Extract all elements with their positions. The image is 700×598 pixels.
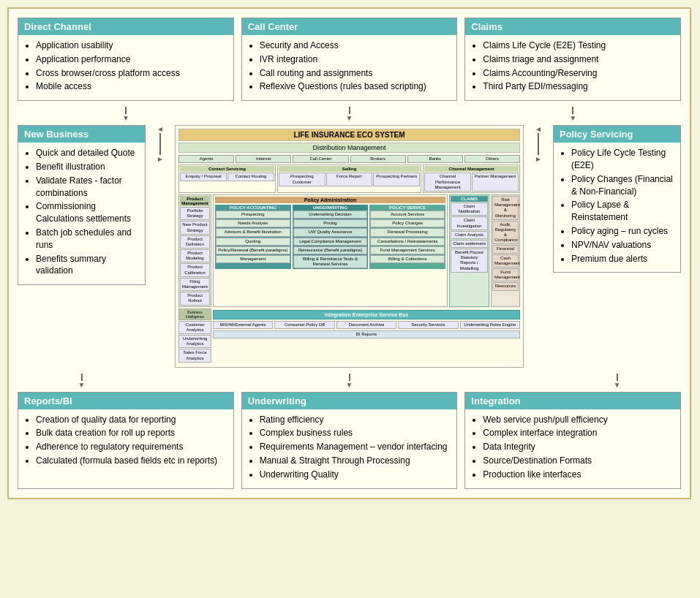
underwriting-list: Rating efficiency Complex business rules… [249, 414, 450, 481]
new-product-strategy: New Product Strategy [180, 221, 210, 234]
list-item: Underwriting Quality [260, 469, 450, 481]
list-item: Claims Accounting/Reserving [483, 67, 673, 80]
mis-mi: MIS/MI/External Agents [213, 321, 273, 329]
product-rollout: Product Rollout [180, 292, 210, 305]
policy-service-section: POLICY SERVICE Account Services Policy C… [369, 205, 445, 269]
partner-mgmt: Partner Management [472, 173, 519, 192]
diagram-title: LIFE INSURANCE ECO SYSTEM [178, 129, 520, 141]
list-item: Application performance [36, 53, 226, 66]
policy-changes: Policy Changes [370, 219, 445, 227]
list-item: Policy Lapse & Reinstatement [571, 199, 673, 224]
list-item: Cross browser/cross platform access [36, 67, 226, 80]
cash-mgmt: Cash Management [492, 254, 519, 268]
top-arrows: ▼ ▼ ▼ [18, 107, 681, 122]
list-item: Data Integrity [483, 441, 673, 453]
list-item: Third Party EDI/messaging [483, 80, 673, 93]
call-center-card: Call Center Security and Access IVR inte… [241, 18, 458, 101]
quoting: Quoting [216, 238, 290, 246]
new-business-list: Quick and detailed Quote Benefit illustr… [26, 147, 138, 277]
reinsurance: Reinsurance (Benefit paradigms) [293, 246, 368, 254]
list-item: Complex business rules [260, 427, 450, 439]
list-item: Creation of quality data for reporting [36, 414, 226, 426]
risk-mgmt: Risk Management & Monitoring [492, 196, 519, 220]
list-item: Batch job schedules and runs [36, 227, 138, 251]
policy-accounting-section: POLICY ACCOUNTING Prospecting Needs Anal… [215, 205, 291, 269]
underwriting-header: Underwriting [242, 393, 457, 409]
mgmt-item: Management [216, 255, 290, 263]
reports-bi-card: Reports/BI Creation of quality data for … [18, 392, 234, 489]
left-arrow-connector: ◄ ► [153, 125, 168, 163]
claims-card: Claims Claims Life Cycle (E2E) Testing C… [464, 18, 681, 101]
call-center-header: Call Center [242, 18, 457, 35]
business-row: Business Intelligence Customer Analytics… [178, 309, 520, 363]
integration-card: Integration Web service push/pull effici… [464, 392, 681, 489]
policy-servicing-header: Policy Servicing [554, 126, 680, 143]
direct-channel-list: Application usability Application perfor… [26, 39, 226, 93]
diagram-contact-row: Contact Servicing Enquiry / Proposal Con… [178, 164, 520, 193]
contact-routing-box: Contact Routing [227, 173, 274, 181]
list-item: Production like interfaces [483, 469, 673, 481]
claim-notification: Claim Notification [451, 203, 488, 216]
list-item: Claims triage and assignment [483, 53, 673, 66]
consumer-policy: Consumer Policy DB [274, 321, 334, 329]
underwriting-section: UNDERWRITING Underwriting Decision Prici… [293, 205, 369, 269]
pricing: Pricing [293, 219, 368, 227]
brokers-box: Brokers [350, 155, 406, 163]
needs-analysis: Needs Analysis [216, 219, 290, 227]
callcenter-box: Call Center [293, 155, 348, 163]
list-item: Calculated (formula based fields etc in … [36, 455, 226, 467]
list-item: Web service push/pull efficiency [483, 414, 673, 426]
list-item: Adherence to regulatory requirements [36, 441, 226, 453]
list-item: Claims Life Cycle (E2E) Testing [483, 39, 673, 52]
financial: Financial [492, 245, 519, 253]
policy-servicing-list: Policy Life Cycle Testing (E2E) Policy C… [561, 147, 673, 265]
claims-header: Claims [465, 18, 680, 35]
uw-analytics: Underwriting Analytics [178, 335, 211, 348]
list-item: Policy aging – run cycles [571, 225, 673, 238]
list-item: Commissioning Calculations settlements [36, 200, 138, 225]
main-container: Direct Channel Application usability App… [7, 7, 691, 499]
benefit-payout: Benefit Payout Statutory Reports / Model… [451, 249, 488, 273]
product-mgmt-col: Product Management Portfolio Strategy Ne… [178, 194, 211, 307]
arrow-down-right: ▼ [553, 374, 681, 389]
policy-renewal: Policy/Renewal (Benefit paradigms) [216, 246, 290, 254]
salesforce-analytics: Sales Force Analytics [178, 349, 211, 362]
portfolio-strategy: Portfolio Strategy [180, 207, 210, 220]
channel-perf: Channel Performance Management [424, 173, 471, 192]
bottom-items-row: MIS/MI/External Agents Consumer Policy D… [213, 321, 520, 329]
regulatory-col: Risk Management & Monitoring Audit, Regu… [491, 194, 520, 307]
selling-box: Selling Prospecting Customer Force Repor… [277, 164, 421, 193]
middle-row: New Business Quick and detailed Quote Be… [18, 125, 681, 368]
prospecting-partners: Prospecting Partners [373, 173, 420, 186]
arrow-down-3: ▼ [464, 107, 681, 122]
arrow-down-2: ▼ [241, 107, 458, 122]
force-report: Force Report [326, 173, 373, 186]
integration-header: Integration [465, 393, 680, 409]
reports-bi-list: Creation of quality data for reporting B… [26, 414, 226, 467]
claim-settlement: Claim settlement [451, 240, 488, 248]
list-item: Requirements Management – vendor interfa… [260, 441, 450, 453]
claim-investigation: Claim Investigation [451, 216, 488, 230]
legal-compliance: Legal Compliance Management [293, 238, 368, 246]
list-item: Validate Rates - factor combinations [36, 175, 138, 200]
new-business-card: New Business Quick and detailed Quote Be… [18, 125, 146, 285]
reports-bi-header: Reports/BI [18, 393, 233, 409]
policy-servicing-card: Policy Servicing Policy Life Cycle Testi… [553, 125, 681, 273]
others-box: Others [464, 155, 520, 163]
new-business-header: New Business [18, 126, 145, 143]
list-item: Complex interface integration [483, 427, 673, 439]
center-diagram: LIFE INSURANCE ECO SYSTEM Distribution M… [175, 125, 524, 368]
diagram-agents-row: Agents Internet Call Center Brokers Bank… [178, 155, 520, 163]
claims-list: Claims Life Cycle (E2E) Testing Claims t… [473, 39, 673, 93]
list-item: Application usability [36, 39, 226, 52]
list-item: Quick and detailed Quote [36, 147, 138, 159]
list-item: Reflexive Questions (rules based scripti… [260, 80, 450, 93]
list-item: Premium due alerts [571, 253, 673, 265]
cancellations: Cancellations / Reinstatements [370, 238, 445, 246]
uw-rules: Underwriting Rules Engine [460, 321, 520, 329]
arrow-down-center: ▼ [175, 374, 524, 389]
internet-box: Internet [236, 155, 291, 163]
list-item: Benefit illustration [36, 161, 138, 173]
account-services: Account Services [370, 211, 445, 219]
product-definition: Product Definition [180, 235, 210, 249]
